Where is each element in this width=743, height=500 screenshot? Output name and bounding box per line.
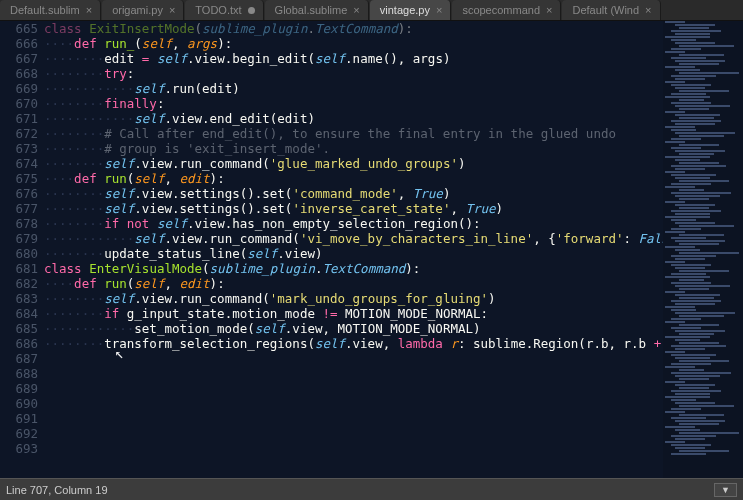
minimap-line xyxy=(675,159,700,161)
minimap[interactable] xyxy=(663,21,743,478)
minimap-line xyxy=(671,255,716,257)
minimap-line xyxy=(679,72,739,74)
tab-label: origami.py xyxy=(112,4,163,16)
minimap-line xyxy=(671,363,711,365)
minimap-line xyxy=(671,192,731,194)
tab-label: Default.sublim xyxy=(10,4,80,16)
minimap-line xyxy=(665,411,685,413)
close-icon[interactable]: × xyxy=(546,4,552,16)
tab-label: scopecommand xyxy=(462,4,540,16)
minimap-line xyxy=(671,390,721,392)
tab-label: Default (Wind xyxy=(572,4,639,16)
minimap-line xyxy=(675,24,715,26)
minimap-line xyxy=(675,33,710,35)
minimap-line xyxy=(671,138,701,140)
minimap-line xyxy=(665,141,685,143)
minimap-line xyxy=(671,372,731,374)
status-widget[interactable]: ▼ xyxy=(714,483,737,497)
minimap-line xyxy=(671,75,716,77)
minimap-line xyxy=(665,306,695,308)
minimap-line xyxy=(679,243,719,245)
minimap-line xyxy=(671,129,696,131)
tab-bar: Default.sublim×origami.py×TODO.txtGlobal… xyxy=(0,0,743,21)
tab-6[interactable]: Default (Wind× xyxy=(562,0,660,20)
minimap-line xyxy=(675,429,700,431)
code-line: ············set_motion_mode(self.view, M… xyxy=(44,321,663,336)
minimap-line xyxy=(679,450,729,452)
code-line: class EnterVisualMode(sublime_plugin.Tex… xyxy=(44,261,663,276)
minimap-line xyxy=(679,99,704,101)
minimap-line xyxy=(665,276,710,278)
close-icon[interactable]: × xyxy=(86,4,92,16)
tab-1[interactable]: origami.py× xyxy=(102,0,184,20)
code-editor[interactable]: class ExitInsertMode(sublime_plugin.Text… xyxy=(44,21,663,478)
minimap-line xyxy=(671,165,726,167)
minimap-line xyxy=(675,312,735,314)
chevron-down-icon: ▼ xyxy=(721,485,730,495)
minimap-line xyxy=(665,336,710,338)
minimap-line xyxy=(665,21,685,23)
minimap-line xyxy=(675,87,705,89)
code-line: ········finally: xyxy=(44,96,663,111)
code-line: ········self.view.settings().set('comman… xyxy=(44,186,663,201)
minimap-line xyxy=(675,78,705,80)
minimap-line xyxy=(665,111,685,113)
tab-3[interactable]: Global.sublime× xyxy=(265,0,369,20)
minimap-line xyxy=(671,300,721,302)
minimap-line xyxy=(671,318,701,320)
minimap-line xyxy=(675,249,700,251)
minimap-line xyxy=(675,177,710,179)
tab-0[interactable]: Default.sublim× xyxy=(0,0,101,20)
code-line: class ExitInsertMode(sublime_plugin.Text… xyxy=(44,21,663,36)
minimap-line xyxy=(665,396,710,398)
minimap-line xyxy=(675,420,725,422)
minimap-line xyxy=(671,183,711,185)
code-line: ········# group is 'exit_insert_mode'. xyxy=(44,141,663,156)
minimap-line xyxy=(671,453,706,455)
status-bar: Line 707, Column 19 ▼ xyxy=(0,478,743,500)
code-line: ············self.view.end_edit(edit) xyxy=(44,111,663,126)
tab-2[interactable]: TODO.txt xyxy=(185,0,263,20)
minimap-line xyxy=(679,423,719,425)
minimap-line xyxy=(671,102,711,104)
minimap-line xyxy=(671,273,706,275)
minimap-line xyxy=(665,366,695,368)
minimap-line xyxy=(679,135,724,137)
minimap-line xyxy=(671,237,706,239)
minimap-line xyxy=(671,327,701,329)
tab-4[interactable]: vintage.py× xyxy=(370,0,452,20)
minimap-line xyxy=(679,180,729,182)
minimap-line xyxy=(679,360,729,362)
minimap-line xyxy=(675,267,705,269)
minimap-line xyxy=(665,126,695,128)
code-line: ········self.view.run_command('mark_undo… xyxy=(44,291,663,306)
close-icon[interactable]: × xyxy=(436,4,442,16)
minimap-line xyxy=(671,210,721,212)
minimap-line xyxy=(675,168,705,170)
close-icon[interactable]: × xyxy=(353,4,359,16)
minimap-line xyxy=(679,108,709,110)
code-line: ····def run_(self, args): xyxy=(44,36,663,51)
close-icon[interactable]: × xyxy=(645,4,651,16)
minimap-line xyxy=(671,345,726,347)
minimap-line xyxy=(671,147,701,149)
minimap-line xyxy=(671,354,716,356)
minimap-line xyxy=(671,30,721,32)
code-line: ····def run(self, edit): xyxy=(44,171,663,186)
minimap-line xyxy=(675,42,715,44)
minimap-line xyxy=(675,303,715,305)
minimap-line xyxy=(665,66,695,68)
minimap-line xyxy=(665,426,695,428)
minimap-line xyxy=(675,330,725,332)
code-line: ············self.view.run_command('vi_mo… xyxy=(44,231,663,246)
code-line: ········if not self.view.has_non_empty_s… xyxy=(44,216,663,231)
cursor-position: Line 707, Column 19 xyxy=(6,484,108,496)
minimap-line xyxy=(679,324,719,326)
minimap-line xyxy=(665,261,685,263)
minimap-line xyxy=(679,270,729,272)
close-icon[interactable]: × xyxy=(169,4,175,16)
minimap-line xyxy=(665,156,710,158)
minimap-line xyxy=(679,162,719,164)
minimap-line xyxy=(679,234,724,236)
tab-5[interactable]: scopecommand× xyxy=(452,0,561,20)
